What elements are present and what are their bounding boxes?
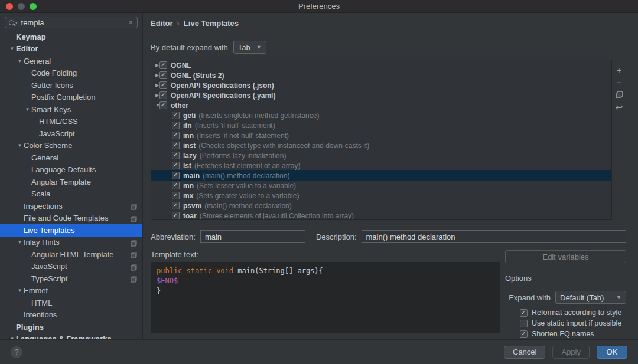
- expand-with-value: Default (Tab): [560, 293, 604, 302]
- template-checkbox[interactable]: [172, 142, 180, 149]
- sidebar-item-html[interactable]: HTML: [0, 297, 142, 309]
- template-checkbox[interactable]: [172, 212, 180, 219]
- sidebar-item-inspections[interactable]: Inspections: [0, 200, 142, 212]
- option-checkbox[interactable]: [520, 330, 528, 338]
- sidebar-item-color-scheme[interactable]: ▼Color Scheme: [0, 140, 142, 152]
- template-checkbox[interactable]: [172, 182, 180, 189]
- template-row[interactable]: toar(Stores elements of java.util.Collec…: [151, 211, 611, 220]
- sidebar-item-file-and-code-templates[interactable]: File and Code Templates: [0, 212, 142, 225]
- sidebar-item-plugins[interactable]: Plugins: [0, 321, 142, 333]
- sidebar-item-html-css[interactable]: HTML/CSS: [0, 116, 142, 128]
- sidebar-item-javascript[interactable]: JavaScript: [0, 261, 142, 273]
- tree-expanded-icon[interactable]: ▼: [24, 107, 31, 112]
- sidebar-item-angular-html-template[interactable]: Angular HTML Template: [0, 248, 142, 261]
- tree-collapsed-icon[interactable]: ▶: [151, 93, 160, 98]
- abbreviation-input[interactable]: main: [200, 230, 305, 243]
- template-checkbox[interactable]: [172, 172, 180, 179]
- sidebar-item-postfix-completion[interactable]: Postfix Completion: [0, 91, 142, 104]
- sidebar-item-emmet[interactable]: ▼Emmet: [0, 285, 142, 297]
- tree-expanded-icon[interactable]: ▼: [8, 46, 16, 51]
- sidebar-item-typescript[interactable]: TypeScript: [0, 273, 142, 285]
- sidebar-item-languages-frameworks[interactable]: ▼Languages & Frameworks: [0, 333, 142, 340]
- template-checkbox[interactable]: [172, 112, 180, 119]
- tree-expanded-icon[interactable]: ▼: [8, 336, 16, 339]
- tree-expanded-icon[interactable]: ▼: [16, 143, 24, 148]
- settings-search-field[interactable]: ▾ templa ✕: [5, 17, 138, 28]
- template-row[interactable]: inn(Inserts 'if not null' statement): [151, 130, 611, 140]
- option-checkbox[interactable]: [520, 320, 528, 327]
- template-row[interactable]: lazy(Performs lazy initialization): [151, 150, 611, 160]
- sidebar-item-live-templates[interactable]: Live Templates: [0, 224, 142, 237]
- sidebar-item-inlay-hints[interactable]: ▼Inlay Hints: [0, 237, 142, 249]
- template-row[interactable]: lst(Fetches last element of an array): [151, 160, 611, 170]
- sidebar-item-intentions[interactable]: Intentions: [0, 309, 142, 322]
- template-group-row[interactable]: ▶OpenAPI Specifications (.json): [151, 80, 611, 90]
- search-options-arrow-icon[interactable]: ▾: [15, 21, 18, 25]
- sidebar-item-general[interactable]: ▼General: [0, 55, 142, 67]
- template-row[interactable]: geti(Inserts singleton method getInstanc…: [151, 110, 611, 120]
- template-checkbox[interactable]: [160, 61, 167, 69]
- template-checkbox[interactable]: [160, 71, 167, 79]
- sidebar-item-scala[interactable]: Scala: [0, 188, 142, 201]
- duplicate-template-button[interactable]: [614, 90, 624, 99]
- template-name: inst: [183, 142, 196, 150]
- template-checkbox[interactable]: [172, 132, 180, 139]
- apply-button[interactable]: Apply: [552, 346, 590, 359]
- tree-expanded-icon[interactable]: ▼: [16, 240, 24, 245]
- option-checkbox-row[interactable]: Shorten FQ names: [505, 329, 626, 339]
- template-checkbox[interactable]: [160, 91, 167, 99]
- template-group-row[interactable]: ▶OpenAPI Specifications (.yaml): [151, 90, 611, 100]
- tree-expanded-icon[interactable]: ▼: [16, 58, 24, 64]
- sidebar-item-smart-keys[interactable]: ▼Smart Keys: [0, 103, 142, 116]
- clear-search-icon[interactable]: ✕: [128, 19, 134, 27]
- template-row[interactable]: ifn(Inserts 'if null' statement): [151, 120, 611, 130]
- breadcrumb-editor[interactable]: Editor: [151, 19, 173, 28]
- sidebar-item-language-defaults[interactable]: Language Defaults: [0, 164, 142, 176]
- template-checkbox[interactable]: [172, 162, 180, 169]
- template-checkbox[interactable]: [172, 202, 180, 209]
- tree-expanded-icon[interactable]: ▼: [16, 288, 24, 293]
- help-button[interactable]: ?: [11, 346, 22, 358]
- template-checkbox[interactable]: [172, 192, 180, 199]
- option-checkbox[interactable]: [520, 309, 528, 317]
- sidebar-item-general[interactable]: General: [0, 152, 142, 164]
- sidebar-item-label: HTML/CSS: [39, 117, 78, 126]
- change-contexts-link[interactable]: Change ˅: [328, 337, 361, 339]
- sidebar-item-angular-template[interactable]: Angular Template: [0, 176, 142, 188]
- template-row[interactable]: psvm(main() method declaration): [151, 201, 611, 211]
- template-row[interactable]: inst(Checks object type with instanceof …: [151, 140, 611, 150]
- template-checkbox[interactable]: [160, 81, 167, 89]
- template-text-editor[interactable]: public static void main(String[] args){ …: [151, 262, 500, 333]
- ok-button[interactable]: OK: [597, 346, 627, 359]
- edit-variables-button[interactable]: Edit variables: [505, 250, 626, 263]
- template-group-row[interactable]: ▶OGNL: [151, 60, 611, 70]
- option-checkbox-row[interactable]: Reformat according to style: [505, 307, 626, 318]
- tree-collapsed-icon[interactable]: ▶: [151, 73, 160, 78]
- template-row[interactable]: mx(Sets greater value to a variable): [151, 191, 611, 201]
- template-row[interactable]: main(main() method declaration): [151, 170, 611, 181]
- template-groups-list[interactable]: ▶OGNL▶OGNL (Struts 2)▶OpenAPI Specificat…: [151, 60, 612, 220]
- cancel-button[interactable]: Cancel: [504, 346, 545, 359]
- option-checkbox-row[interactable]: Use static import if possible: [505, 318, 626, 329]
- default-expand-select[interactable]: Tab ▼: [233, 41, 266, 54]
- add-template-button[interactable]: +: [614, 65, 624, 74]
- template-checkbox[interactable]: [172, 152, 180, 159]
- remove-template-button[interactable]: −: [614, 77, 624, 87]
- template-checkbox[interactable]: [160, 101, 167, 109]
- expand-with-select[interactable]: Default (Tab) ▼: [555, 291, 626, 304]
- tree-expanded-icon[interactable]: ▼: [151, 103, 160, 108]
- tree-collapsed-icon[interactable]: ▶: [151, 83, 160, 88]
- template-checkbox[interactable]: [172, 122, 180, 129]
- description-input[interactable]: main() method declaration: [362, 230, 626, 243]
- template-group-row[interactable]: ▶OGNL (Struts 2): [151, 70, 611, 80]
- sidebar-item-keymap[interactable]: Keymap: [0, 31, 142, 43]
- sidebar-item-editor[interactable]: ▼Editor: [0, 43, 142, 55]
- sidebar-item-javascript[interactable]: JavaScript: [0, 127, 142, 140]
- sidebar-item-gutter-icons[interactable]: Gutter Icons: [0, 79, 142, 91]
- search-input-value[interactable]: templa: [21, 18, 128, 27]
- tree-collapsed-icon[interactable]: ▶: [151, 63, 160, 68]
- restore-defaults-button[interactable]: ↩: [614, 102, 624, 112]
- sidebar-item-code-folding[interactable]: Code Folding: [0, 67, 142, 80]
- template-group-row[interactable]: ▼other: [151, 100, 611, 110]
- template-row[interactable]: mn(Sets lesser value to a variable): [151, 181, 611, 191]
